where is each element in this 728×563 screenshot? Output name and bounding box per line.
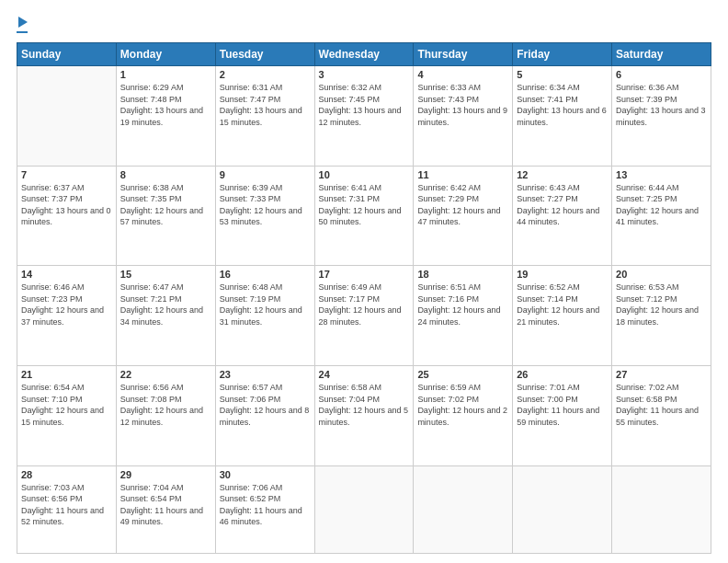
- logo-underline: [17, 31, 28, 33]
- day-number: 6: [616, 69, 707, 80]
- day-number: 19: [517, 269, 608, 280]
- calendar-cell: 20Sunrise: 6:53 AMSunset: 7:12 PMDayligh…: [612, 266, 711, 366]
- day-info: Sunrise: 6:38 AMSunset: 7:35 PMDaylight:…: [120, 182, 211, 228]
- weekday-header-row: SundayMondayTuesdayWednesdayThursdayFrid…: [17, 43, 711, 66]
- calendar-cell: [314, 465, 414, 553]
- day-info: Sunrise: 7:04 AMSunset: 6:54 PMDaylight:…: [120, 482, 211, 528]
- calendar-cell: 15Sunrise: 6:47 AMSunset: 7:21 PMDayligh…: [116, 266, 215, 366]
- day-info: Sunrise: 6:39 AMSunset: 7:33 PMDaylight:…: [220, 182, 311, 228]
- calendar-cell: 27Sunrise: 7:02 AMSunset: 6:58 PMDayligh…: [612, 365, 711, 465]
- calendar-cell: [17, 66, 117, 167]
- weekday-header-friday: Friday: [513, 43, 612, 66]
- calendar-cell: 7Sunrise: 6:37 AMSunset: 7:37 PMDaylight…: [17, 166, 117, 266]
- calendar-cell: 6Sunrise: 6:36 AMSunset: 7:39 PMDaylight…: [612, 66, 711, 167]
- day-number: 28: [21, 469, 112, 480]
- day-number: 1: [120, 69, 211, 80]
- day-info: Sunrise: 6:48 AMSunset: 7:19 PMDaylight:…: [220, 282, 311, 327]
- calendar-cell: 30Sunrise: 7:06 AMSunset: 6:52 PMDayligh…: [215, 465, 314, 553]
- calendar-cell: 10Sunrise: 6:41 AMSunset: 7:31 PMDayligh…: [314, 166, 414, 266]
- calendar-cell: 4Sunrise: 6:33 AMSunset: 7:43 PMDaylight…: [414, 66, 513, 167]
- day-number: 17: [319, 269, 410, 280]
- calendar-cell: 21Sunrise: 6:54 AMSunset: 7:10 PMDayligh…: [17, 365, 117, 465]
- day-info: Sunrise: 7:01 AMSunset: 7:00 PMDaylight:…: [517, 382, 608, 428]
- day-info: Sunrise: 6:31 AMSunset: 7:47 PMDaylight:…: [220, 82, 311, 128]
- day-info: Sunrise: 6:58 AMSunset: 7:04 PMDaylight:…: [319, 382, 410, 428]
- week-row-4: 21Sunrise: 6:54 AMSunset: 7:10 PMDayligh…: [17, 365, 711, 465]
- day-info: Sunrise: 6:41 AMSunset: 7:31 PMDaylight:…: [319, 182, 410, 228]
- day-info: Sunrise: 7:02 AMSunset: 6:58 PMDaylight:…: [616, 382, 707, 428]
- day-number: 26: [517, 369, 608, 380]
- day-info: Sunrise: 6:49 AMSunset: 7:17 PMDaylight:…: [319, 282, 410, 327]
- weekday-header-monday: Monday: [116, 43, 215, 66]
- day-info: Sunrise: 6:34 AMSunset: 7:41 PMDaylight:…: [517, 82, 608, 128]
- calendar-cell: [612, 465, 711, 553]
- day-number: 30: [220, 469, 311, 480]
- day-number: 22: [120, 369, 211, 380]
- day-number: 18: [417, 269, 508, 280]
- day-info: Sunrise: 6:57 AMSunset: 7:06 PMDaylight:…: [220, 382, 311, 428]
- calendar-cell: 19Sunrise: 6:52 AMSunset: 7:14 PMDayligh…: [513, 266, 612, 366]
- day-info: Sunrise: 6:59 AMSunset: 7:02 PMDaylight:…: [417, 382, 508, 428]
- day-info: Sunrise: 6:42 AMSunset: 7:29 PMDaylight:…: [417, 182, 508, 228]
- day-number: 9: [220, 169, 311, 180]
- calendar-cell: 29Sunrise: 7:04 AMSunset: 6:54 PMDayligh…: [116, 465, 215, 553]
- day-number: 13: [616, 169, 707, 180]
- day-info: Sunrise: 6:52 AMSunset: 7:14 PMDaylight:…: [517, 282, 608, 327]
- day-info: Sunrise: 6:37 AMSunset: 7:37 PMDaylight:…: [21, 182, 112, 228]
- calendar-cell: [414, 465, 513, 553]
- day-number: 12: [517, 169, 608, 180]
- day-info: Sunrise: 6:53 AMSunset: 7:12 PMDaylight:…: [616, 282, 707, 327]
- week-row-2: 7Sunrise: 6:37 AMSunset: 7:37 PMDaylight…: [17, 166, 711, 266]
- day-number: 11: [417, 169, 508, 180]
- day-info: Sunrise: 7:06 AMSunset: 6:52 PMDaylight:…: [220, 482, 311, 528]
- calendar-cell: 16Sunrise: 6:48 AMSunset: 7:19 PMDayligh…: [215, 266, 314, 366]
- calendar-cell: [513, 465, 612, 553]
- calendar-cell: 17Sunrise: 6:49 AMSunset: 7:17 PMDayligh…: [314, 266, 414, 366]
- weekday-header-wednesday: Wednesday: [314, 43, 414, 66]
- logo: [17, 17, 28, 33]
- day-number: 8: [120, 169, 211, 180]
- weekday-header-sunday: Sunday: [17, 43, 117, 66]
- calendar-cell: 22Sunrise: 6:56 AMSunset: 7:08 PMDayligh…: [116, 365, 215, 465]
- calendar-cell: 24Sunrise: 6:58 AMSunset: 7:04 PMDayligh…: [314, 365, 414, 465]
- weekday-header-saturday: Saturday: [612, 43, 711, 66]
- calendar-table: SundayMondayTuesdayWednesdayThursdayFrid…: [17, 42, 711, 554]
- calendar-cell: 11Sunrise: 6:42 AMSunset: 7:29 PMDayligh…: [414, 166, 513, 266]
- week-row-3: 14Sunrise: 6:46 AMSunset: 7:23 PMDayligh…: [17, 266, 711, 366]
- day-number: 24: [319, 369, 410, 380]
- calendar-cell: 3Sunrise: 6:32 AMSunset: 7:45 PMDaylight…: [314, 66, 414, 167]
- calendar-cell: 23Sunrise: 6:57 AMSunset: 7:06 PMDayligh…: [215, 365, 314, 465]
- day-info: Sunrise: 6:51 AMSunset: 7:16 PMDaylight:…: [417, 282, 508, 327]
- header: [17, 17, 711, 33]
- logo-arrow-icon: [18, 17, 28, 28]
- day-number: 21: [21, 369, 112, 380]
- day-number: 5: [517, 69, 608, 80]
- day-info: Sunrise: 6:46 AMSunset: 7:23 PMDaylight:…: [21, 282, 112, 327]
- calendar-cell: 2Sunrise: 6:31 AMSunset: 7:47 PMDaylight…: [215, 66, 314, 167]
- day-number: 29: [120, 469, 211, 480]
- page: SundayMondayTuesdayWednesdayThursdayFrid…: [0, 0, 728, 563]
- day-number: 7: [21, 169, 112, 180]
- week-row-5: 28Sunrise: 7:03 AMSunset: 6:56 PMDayligh…: [17, 465, 711, 553]
- day-number: 15: [120, 269, 211, 280]
- calendar-cell: 12Sunrise: 6:43 AMSunset: 7:27 PMDayligh…: [513, 166, 612, 266]
- day-number: 14: [21, 269, 112, 280]
- day-info: Sunrise: 6:44 AMSunset: 7:25 PMDaylight:…: [616, 182, 707, 228]
- day-info: Sunrise: 6:36 AMSunset: 7:39 PMDaylight:…: [616, 82, 707, 128]
- calendar-cell: 26Sunrise: 7:01 AMSunset: 7:00 PMDayligh…: [513, 365, 612, 465]
- day-info: Sunrise: 6:56 AMSunset: 7:08 PMDaylight:…: [120, 382, 211, 428]
- day-number: 23: [220, 369, 311, 380]
- calendar-cell: 9Sunrise: 6:39 AMSunset: 7:33 PMDaylight…: [215, 166, 314, 266]
- day-number: 20: [616, 269, 707, 280]
- day-info: Sunrise: 6:33 AMSunset: 7:43 PMDaylight:…: [417, 82, 508, 128]
- day-number: 27: [616, 369, 707, 380]
- day-info: Sunrise: 6:29 AMSunset: 7:48 PMDaylight:…: [120, 82, 211, 128]
- day-number: 2: [220, 69, 311, 80]
- day-info: Sunrise: 6:54 AMSunset: 7:10 PMDaylight:…: [21, 382, 112, 428]
- day-number: 10: [319, 169, 410, 180]
- weekday-header-thursday: Thursday: [414, 43, 513, 66]
- day-info: Sunrise: 7:03 AMSunset: 6:56 PMDaylight:…: [21, 482, 112, 528]
- calendar-cell: 13Sunrise: 6:44 AMSunset: 7:25 PMDayligh…: [612, 166, 711, 266]
- day-number: 16: [220, 269, 311, 280]
- calendar-cell: 1Sunrise: 6:29 AMSunset: 7:48 PMDaylight…: [116, 66, 215, 167]
